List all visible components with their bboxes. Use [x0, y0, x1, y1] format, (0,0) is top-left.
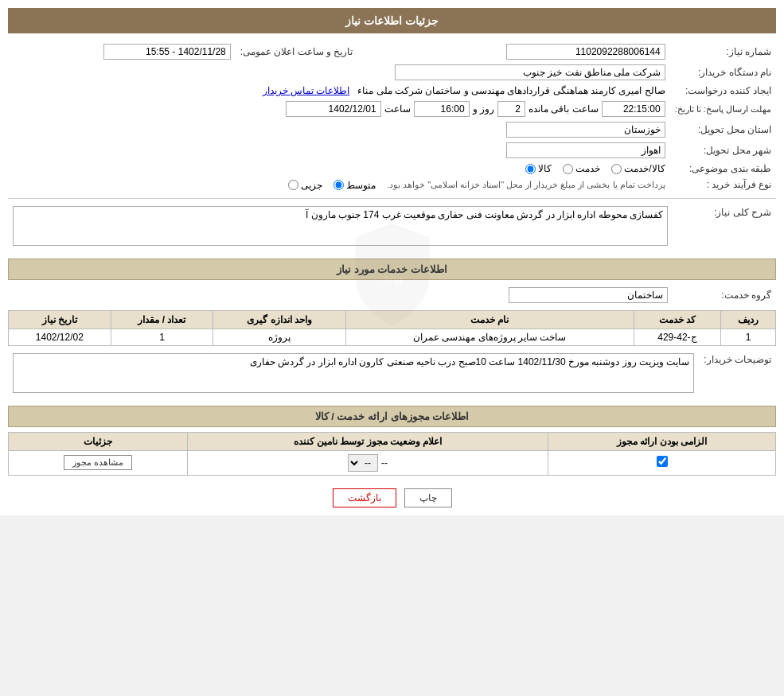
process-label: نوع فرآیند خرید :: [670, 177, 776, 193]
province-label: استان محل تحویل:: [670, 119, 776, 140]
row-unit: پروژه: [213, 329, 346, 345]
creator-value: صالح امیری کارمند هماهنگی قراردادهای مهن…: [8, 83, 670, 99]
buyer-notes-label: توضیحات خریدار:: [699, 351, 776, 398]
col-code: کد خدمت: [634, 310, 721, 329]
buyer-notes-value: سایت ویزیت روز دوشنبه مورخ 1402/11/30 سا…: [8, 351, 699, 398]
col-unit: واحد اندازه گیری: [213, 310, 346, 329]
services-table: ردیف کد خدمت نام خدمت واحد اندازه گیری ت…: [8, 310, 776, 346]
city-input[interactable]: [506, 142, 665, 158]
row-code: ج-42-429: [634, 329, 721, 345]
deadline-row: ساعت روز و ساعت باقی مانده: [8, 99, 670, 119]
row-date: 1402/12/02: [9, 329, 111, 345]
category-kala: کالا: [525, 163, 552, 174]
announce-datetime-label: تاریخ و ساعت اعلان عمومی:: [236, 41, 358, 62]
creator-text: صالح امیری کارمند هماهنگی قراردادهای مهن…: [357, 85, 665, 96]
deadline-time-label: ساعت: [384, 103, 411, 115]
deadline-days-input[interactable]: [497, 101, 525, 117]
buyer-notes-table: توضیحات خریدار: سایت ویزیت روز دوشنبه مو…: [8, 351, 776, 398]
category-kala-khadamat-radio[interactable]: [611, 164, 622, 174]
process-mottaset-radio[interactable]: [333, 180, 344, 190]
deadline-remain-input[interactable]: [602, 101, 665, 117]
table-row: 1 ج-42-429 ساخت سایر پروژه‌های مهندسی عم…: [9, 329, 776, 345]
back-button[interactable]: بازگشت: [333, 488, 396, 507]
permit-status-select[interactable]: --: [348, 454, 378, 472]
process-mottaset: متوسط: [333, 180, 376, 191]
process-note: پرداخت تمام یا بخشی از مبلغ خریدار از مح…: [387, 180, 665, 190]
category-kala-khadamat-label: کالا/خدمت: [624, 163, 665, 174]
category-options: کالا خدمت کالا/خدمت: [8, 161, 670, 177]
row-service-name: ساخت سایر پروژه‌های مهندسی عمران: [345, 329, 634, 345]
province-value: [8, 119, 670, 140]
permit-col-required: الزامی بودن ارائه مجوز: [548, 432, 776, 450]
need-desc-textarea[interactable]: کفسازی محوطه اداره ابزار در گردش معاونت …: [13, 206, 668, 246]
category-label: طبقه بندی موضوعی:: [670, 161, 776, 177]
permit-status-cell: -- --: [187, 450, 548, 475]
category-khadamat: خدمت: [563, 163, 600, 174]
basic-info-table: شماره نیاز: تاریخ و ساعت اعلان عمومی: نا…: [8, 41, 776, 193]
print-button[interactable]: چاپ: [404, 488, 452, 507]
buyer-org-value: [8, 62, 670, 83]
need-desc-label: شرح کلی نیاز:: [673, 204, 776, 251]
need-desc-value: کفسازی محوطه اداره ابزار در گردش معاونت …: [8, 204, 673, 251]
need-desc-table: شرح کلی نیاز: کفسازی محوطه اداره ابزار د…: [8, 204, 776, 251]
category-kala-radio[interactable]: [525, 164, 536, 174]
col-name: نام خدمت: [345, 310, 634, 329]
deadline-time-input[interactable]: [414, 101, 470, 117]
process-jozi: جزیی: [288, 180, 322, 191]
permit-status-value: --: [381, 457, 388, 469]
service-group-input[interactable]: [509, 287, 668, 303]
announce-datetime-value: [8, 41, 236, 62]
buyer-org-input[interactable]: [395, 64, 665, 80]
col-row: ردیف: [721, 310, 776, 329]
permit-row: -- -- مشاهده مجوز: [9, 450, 776, 475]
need-number-value: [389, 41, 669, 62]
footer-buttons: چاپ بازگشت: [8, 488, 776, 507]
buyer-org-label: نام دستگاه خریدار:: [670, 62, 776, 83]
city-value: [8, 140, 670, 161]
deadline-remain-label: ساعت باقی مانده: [529, 103, 599, 115]
permit-col-status: اعلام وضعیت مجوز توسط نامین کننده: [187, 432, 548, 450]
deadline-day-label: روز و: [473, 103, 494, 115]
service-group-table: گروه خدمت:: [8, 285, 776, 305]
process-row: جزیی متوسط پرداخت تمام یا بخشی از مبلغ خ…: [8, 177, 670, 193]
col-date: تاریخ نیاز: [9, 310, 111, 329]
col-qty: تعداد / مقدار: [111, 310, 213, 329]
category-kala-label: کالا: [538, 163, 552, 174]
main-content: Ana شماره نیاز: تاریخ و ساعت اعلان عمومی…: [8, 41, 776, 507]
services-section-title: اطلاعات خدمات مورد نیاز: [8, 259, 776, 280]
creator-contact-link[interactable]: اطلاعات تماس خریدار: [263, 85, 350, 96]
creator-label: ایجاد کننده درخواست:: [670, 83, 776, 99]
need-number-label: شماره نیاز:: [670, 41, 776, 62]
category-kala-khadamat: کالا/خدمت: [611, 163, 665, 174]
page-wrapper: جزئیات اطلاعات نیاز Ana شماره نیاز: تاری…: [0, 0, 784, 515]
permit-details-cell: مشاهده مجوز: [9, 450, 188, 475]
permit-required-cell: [548, 450, 776, 475]
permits-table: الزامی بودن ارائه مجوز اعلام وضعیت مجوز …: [8, 432, 776, 476]
deadline-label: مهلت ارسال پاسخ: تا تاریخ:: [670, 99, 776, 119]
process-jozi-radio[interactable]: [288, 180, 298, 190]
announce-datetime-input[interactable]: [103, 44, 231, 60]
permits-section-title: اطلاعات مجوزهای ارائه خدمت / کالا: [8, 406, 776, 427]
category-khadamat-label: خدمت: [575, 163, 600, 174]
need-number-input[interactable]: [506, 44, 665, 60]
service-group-value: [8, 285, 673, 305]
province-input[interactable]: [506, 122, 665, 138]
buyer-notes-textarea[interactable]: سایت ویزیت روز دوشنبه مورخ 1402/11/30 سا…: [13, 353, 694, 393]
permit-required-checkbox[interactable]: [657, 456, 668, 467]
city-label: شهر محل تحویل:: [670, 140, 776, 161]
page-title: جزئیات اطلاعات نیاز: [345, 14, 439, 27]
page-header: جزئیات اطلاعات نیاز: [8, 8, 776, 33]
row-number: 1: [721, 329, 776, 345]
view-permit-button[interactable]: مشاهده مجوز: [64, 455, 132, 470]
deadline-date-input[interactable]: [286, 101, 381, 117]
permit-col-details: جزئیات: [9, 432, 188, 450]
row-qty: 1: [111, 329, 213, 345]
process-mottaset-label: متوسط: [346, 180, 376, 191]
category-khadamat-radio[interactable]: [563, 164, 573, 174]
service-group-label: گروه خدمت:: [673, 285, 776, 305]
divider-1: [8, 198, 776, 199]
process-jozi-label: جزیی: [301, 180, 322, 191]
